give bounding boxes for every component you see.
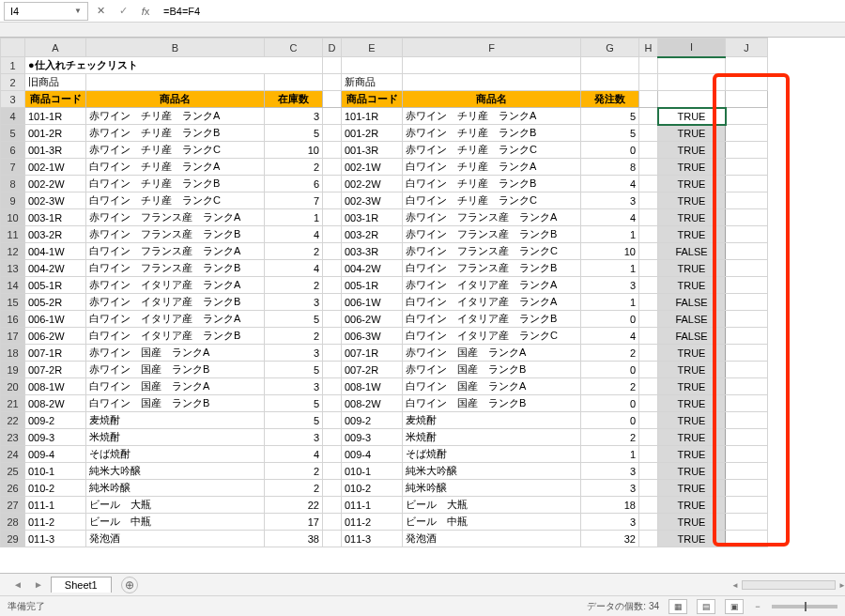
cell[interactable]: [323, 57, 342, 74]
cell[interactable]: [639, 395, 658, 412]
col-header-D[interactable]: D: [323, 38, 342, 57]
cell-stock[interactable]: 2: [265, 243, 323, 260]
cell-stock[interactable]: 2: [265, 159, 323, 176]
cell-name[interactable]: 純米吟醸: [86, 480, 265, 497]
cell-result[interactable]: TRUE: [658, 209, 726, 226]
cell-name[interactable]: 純米大吟醸: [86, 463, 265, 480]
cell-code[interactable]: 011-3: [342, 531, 403, 547]
cell-code[interactable]: 003-2R: [342, 226, 403, 243]
cell-code[interactable]: 004-2W: [342, 260, 403, 277]
cell[interactable]: [726, 260, 768, 277]
cell-code[interactable]: 101-1R: [342, 108, 403, 125]
cell[interactable]: [726, 57, 768, 74]
cell-code[interactable]: 002-3W: [342, 192, 403, 209]
zoom-slider[interactable]: [772, 605, 837, 608]
cell[interactable]: [726, 209, 768, 226]
cell[interactable]: [639, 108, 658, 125]
row-header-28[interactable]: 28: [1, 514, 25, 531]
cell-order[interactable]: 3: [581, 192, 639, 209]
cell-result[interactable]: TRUE: [658, 429, 726, 446]
cell-order[interactable]: 18: [581, 497, 639, 514]
col-header-B[interactable]: B: [86, 38, 265, 57]
hdr-code[interactable]: 商品コード: [342, 91, 403, 108]
cell[interactable]: [639, 57, 658, 74]
cell-name[interactable]: 白ワイン イタリア産 ランクC: [403, 328, 581, 345]
cell-name[interactable]: 赤ワイン フランス産 ランクA: [86, 209, 265, 226]
cell[interactable]: [323, 345, 342, 362]
cell-code[interactable]: 006-1W: [342, 294, 403, 311]
formula-input[interactable]: =B4=F4: [158, 2, 841, 21]
cell[interactable]: [403, 57, 581, 74]
cell[interactable]: [323, 91, 342, 108]
row-header-23[interactable]: 23: [1, 429, 25, 446]
cell-name[interactable]: 赤ワイン フランス産 ランクA: [403, 209, 581, 226]
cell[interactable]: [323, 277, 342, 294]
cell-code[interactable]: 009-3: [342, 429, 403, 446]
cell-code[interactable]: 011-1: [25, 497, 86, 514]
sub-right[interactable]: 新商品: [342, 74, 403, 91]
cell-result[interactable]: TRUE: [658, 125, 726, 142]
cell[interactable]: [726, 192, 768, 209]
cell-name[interactable]: 白ワイン 国産 ランクA: [403, 378, 581, 395]
cell-order[interactable]: 3: [581, 480, 639, 497]
cell-result[interactable]: TRUE: [658, 378, 726, 395]
cell-result[interactable]: TRUE: [658, 226, 726, 243]
row-header-29[interactable]: 29: [1, 531, 25, 547]
cell-order[interactable]: 3: [581, 514, 639, 531]
cell[interactable]: [323, 159, 342, 176]
cell-code[interactable]: 008-2W: [25, 395, 86, 412]
cell-order[interactable]: 3: [581, 277, 639, 294]
cell-order[interactable]: 1: [581, 446, 639, 463]
cell-result[interactable]: TRUE: [658, 277, 726, 294]
cell-order[interactable]: 4: [581, 328, 639, 345]
cell[interactable]: [726, 497, 768, 514]
cell-code[interactable]: 005-1R: [342, 277, 403, 294]
zoom-out-icon[interactable]: －: [753, 600, 762, 613]
cell-order[interactable]: 2: [581, 378, 639, 395]
cell-stock[interactable]: 3: [265, 294, 323, 311]
chevron-down-icon[interactable]: ▼: [74, 7, 82, 15]
cell-stock[interactable]: 5: [265, 395, 323, 412]
hdr-order[interactable]: 発注数: [581, 91, 639, 108]
cell[interactable]: [323, 378, 342, 395]
cell[interactable]: [726, 74, 768, 91]
cell-result[interactable]: FALSE: [658, 243, 726, 260]
cell-order[interactable]: 1: [581, 294, 639, 311]
cell-name[interactable]: 発泡酒: [86, 531, 265, 547]
cell-stock[interactable]: 5: [265, 412, 323, 429]
row-header-26[interactable]: 26: [1, 480, 25, 497]
cell[interactable]: [639, 480, 658, 497]
cell-code[interactable]: 003-3R: [342, 243, 403, 260]
cell-order[interactable]: 2: [581, 429, 639, 446]
cell[interactable]: [726, 294, 768, 311]
cell-result[interactable]: FALSE: [658, 294, 726, 311]
row-header-12[interactable]: 12: [1, 243, 25, 260]
cell-name[interactable]: 赤ワイン チリ産 ランクC: [86, 142, 265, 159]
cell[interactable]: [726, 429, 768, 446]
horizontal-scrollbar[interactable]: [742, 580, 836, 590]
cell-name[interactable]: 白ワイン イタリア産 ランクB: [86, 328, 265, 345]
cell[interactable]: [323, 531, 342, 547]
col-header-E[interactable]: E: [342, 38, 403, 57]
cell[interactable]: [726, 226, 768, 243]
cell-order[interactable]: 0: [581, 395, 639, 412]
accept-formula-icon[interactable]: ✓: [113, 2, 133, 21]
name-box[interactable]: I4 ▼: [4, 2, 88, 21]
cell-stock[interactable]: 2: [265, 463, 323, 480]
cell-name[interactable]: 赤ワイン イタリア産 ランクA: [86, 277, 265, 294]
cell-code[interactable]: 009-2: [342, 412, 403, 429]
cell-name[interactable]: 赤ワイン フランス産 ランクB: [403, 226, 581, 243]
cell-code[interactable]: 006-3W: [342, 328, 403, 345]
cell[interactable]: [323, 463, 342, 480]
cell-stock[interactable]: 22: [265, 497, 323, 514]
cell-result[interactable]: TRUE: [658, 192, 726, 209]
cell-code[interactable]: 009-4: [25, 446, 86, 463]
row-header-5[interactable]: 5: [1, 125, 25, 142]
select-all-corner[interactable]: [1, 38, 25, 57]
cell-code[interactable]: 010-2: [25, 480, 86, 497]
cell-stock[interactable]: 7: [265, 192, 323, 209]
cell-stock[interactable]: 4: [265, 446, 323, 463]
cell-name[interactable]: そば焼酎: [403, 446, 581, 463]
cell-order[interactable]: 32: [581, 531, 639, 547]
cell[interactable]: [639, 74, 658, 91]
